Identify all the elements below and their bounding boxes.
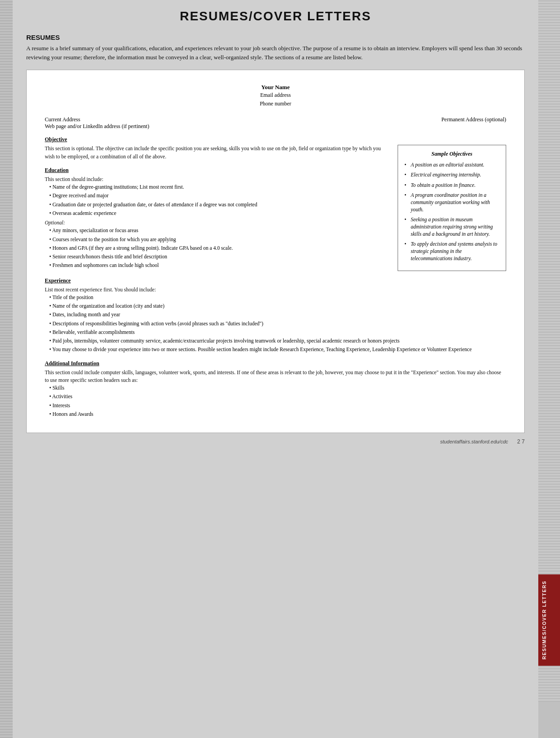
sample-obj-2: Electrical engineering internship. <box>404 171 499 178</box>
resumes-heading: RESUMES <box>26 33 525 41</box>
add-bullet-3: Interests <box>49 402 506 409</box>
address-row: Current Address Web page and/or LinkedIn… <box>45 116 506 130</box>
current-address-label: Current Address <box>45 116 149 123</box>
objective-title: Objective <box>45 136 506 143</box>
additional-info-title: Additional Information <box>45 360 506 367</box>
main-content: RESUMES/COVER LETTERS RESUMES A resume i… <box>13 0 538 738</box>
permanent-address-label: Permanent Address (optional) <box>441 116 506 130</box>
footer-page-num: 2 7 <box>517 438 525 445</box>
add-bullet-4: Honors and Awards <box>49 410 506 418</box>
right-sidebar: RESUMES/COVER LETTERS <box>538 0 560 738</box>
exp-bullet-1: Title of the position <box>49 294 506 301</box>
sample-objectives-col: Sample Objectives A position as an edito… <box>398 145 506 271</box>
exp-bullet-3: Dates, including month and year <box>49 311 506 319</box>
edu-opt-bullet-4: Senior research/honors thesis title and … <box>49 253 389 261</box>
footer-url: studentaffairs.stanford.edu/cdc <box>440 439 508 444</box>
additional-info-body: This section could include computer skil… <box>45 369 506 385</box>
education-bullet-4: Overseas academic experience <box>49 209 389 217</box>
sidebar-label: RESUMES/COVER LETTERS <box>538 574 560 666</box>
edu-opt-bullet-5: Freshmen and sophomores can include high… <box>49 262 389 269</box>
sample-obj-5: Seeking a position in museum administrat… <box>404 216 499 238</box>
sample-objectives-box: Sample Objectives A position as an edito… <box>398 145 506 271</box>
education-bullet-1: Name of the degree-granting institutions… <box>49 183 389 191</box>
exp-bullet-2: Name of the organization and location (c… <box>49 302 506 310</box>
education-title: Education <box>45 167 389 174</box>
document-frame: Your Name Email address Phone number Cur… <box>26 70 525 433</box>
email-label: Email address <box>45 91 506 100</box>
edu-opt-bullet-2: Courses relevant to the position for whi… <box>49 236 389 243</box>
sample-objectives-list: A position as an editorial assistant. El… <box>404 161 499 262</box>
experience-bullets: Title of the position Name of the organi… <box>45 294 506 354</box>
left-border <box>0 0 13 738</box>
education-optional-bullets: Any minors, specialization or focus area… <box>45 227 389 269</box>
exp-bullet-7: You may choose to divide your experience… <box>49 346 506 353</box>
education-bullets: Name of the degree-granting institutions… <box>45 183 389 217</box>
experience-intro: List most recent experience first. You s… <box>45 286 506 294</box>
add-bullet-1: Skills <box>49 384 506 392</box>
exp-bullet-5: Believable, verifiable accomplishments <box>49 329 506 336</box>
exp-bullet-6: Paid jobs, internships, volunteer commun… <box>49 337 506 345</box>
sample-obj-6: To apply decision and systems analysis t… <box>404 240 499 262</box>
web-address-label: Web page and/or LinkedIn address (if per… <box>45 123 149 130</box>
sample-obj-4: A program coordinator position in a comm… <box>404 191 499 213</box>
objective-two-col: This section is optional. The objective … <box>45 145 506 271</box>
resume-header: Your Name Email address Phone number <box>45 84 506 108</box>
sidebar-pattern: RESUMES/COVER LETTERS <box>538 0 560 702</box>
education-bullet-2: Degree received and major <box>49 192 389 200</box>
exp-bullet-4: Descriptions of responsibilities beginni… <box>49 320 506 328</box>
education-bullet-3: Graduation date or projected graduation … <box>49 201 389 209</box>
sample-objectives-title: Sample Objectives <box>404 151 499 157</box>
additional-info-bullets: Skills Activities Interests Honors and A… <box>45 384 506 418</box>
intro-text: A resume is a brief summary of your qual… <box>26 44 525 62</box>
sidebar-bottom-pattern <box>538 666 560 702</box>
page-title: RESUMES/COVER LETTERS <box>26 9 525 24</box>
experience-title: Experience <box>45 277 506 284</box>
sample-obj-3: To obtain a position in finance. <box>404 181 499 189</box>
add-bullet-2: Activities <box>49 393 506 400</box>
footer: studentaffairs.stanford.edu/cdc 2 7 <box>26 438 525 445</box>
optional-label: Optional: <box>45 219 389 227</box>
edu-opt-bullet-3: Honors and GPA (if they are a strong sel… <box>49 244 389 252</box>
education-intro: This section should include: <box>45 176 389 183</box>
phone-label: Phone number <box>45 100 506 108</box>
objective-left-col: This section is optional. The objective … <box>45 145 389 270</box>
your-name-label: Your Name <box>45 84 506 91</box>
current-address-block: Current Address Web page and/or LinkedIn… <box>45 116 149 130</box>
objective-body: This section is optional. The objective … <box>45 145 389 161</box>
edu-opt-bullet-1: Any minors, specialization or focus area… <box>49 227 389 234</box>
sidebar-top-pattern <box>538 0 560 574</box>
sample-obj-1: A position as an editorial assistant. <box>404 161 499 168</box>
